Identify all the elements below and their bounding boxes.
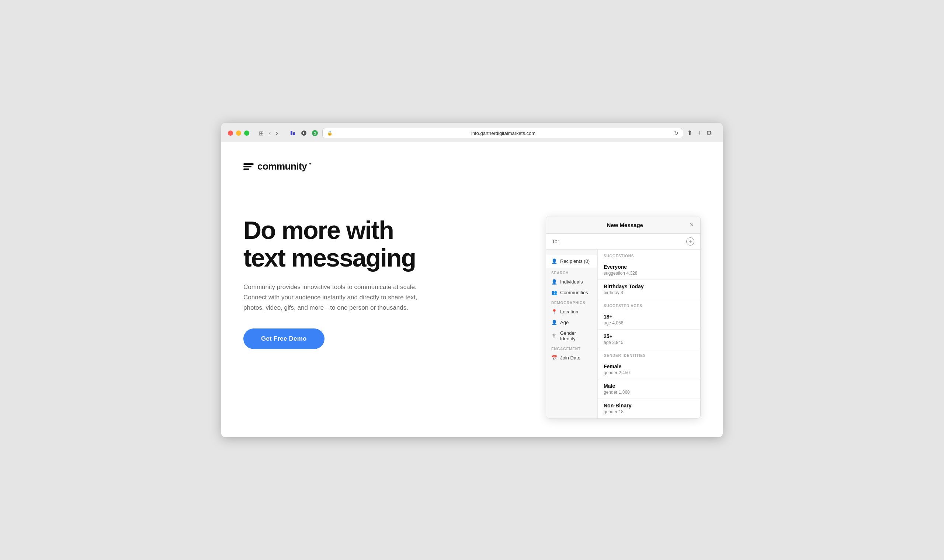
individuals-icon: 👤 <box>551 279 557 285</box>
recipients-label: Recipients (0) <box>560 258 590 264</box>
logo-stripe-2 <box>243 166 251 168</box>
suggestion-female[interactable]: Female gender 2,450 <box>598 360 700 379</box>
suggestion-25plus-name: 25+ <box>604 333 695 339</box>
sidebar-item-age[interactable]: 👤 Age <box>546 317 598 328</box>
logo-tm: ™ <box>307 162 311 167</box>
gender-icon: ⚧ <box>551 333 557 339</box>
panel-to-field: To: + <box>546 234 700 249</box>
communities-label: Communities <box>560 290 588 295</box>
suggestion-nonbinary-sub: gender 18 <box>604 409 695 414</box>
extension-icon-1[interactable] <box>289 129 296 137</box>
suggestion-birthdays-sub: birthday 3 <box>604 290 695 295</box>
suggestions-section: SUGGESTIONS Everyone suggestion 4,328 Bi… <box>598 249 700 418</box>
join-date-icon: 📅 <box>551 355 557 360</box>
forward-button[interactable]: › <box>274 129 279 137</box>
hero-section: Do more with text messaging Community pr… <box>243 209 502 349</box>
suggestion-18plus[interactable]: 18+ age 4,056 <box>598 310 700 329</box>
browser-toolbar: G 🔒 info.gartnerdigitalmarkets.com ↻ ⬆ +… <box>289 128 712 138</box>
sidebar-item-join-date[interactable]: 📅 Join Date <box>546 352 598 363</box>
suggestion-25plus-sub: age 3,845 <box>604 340 695 345</box>
new-tab-button[interactable]: + <box>698 129 702 137</box>
genders-section-label: GENDER IDENTITIES <box>598 349 700 360</box>
logo-stripe-3 <box>243 168 249 170</box>
search-section-label: SEARCH <box>546 268 598 277</box>
suggestions-section-label: SUGGESTIONS <box>598 249 700 260</box>
message-panel: New Message × To: + 👤 Recipients (0) <box>546 216 701 419</box>
suggestion-female-name: Female <box>604 363 695 369</box>
panel-title: New Message <box>560 222 690 228</box>
logo-text: community™ <box>257 161 311 172</box>
panel-to-input[interactable] <box>562 238 683 245</box>
minimize-button[interactable] <box>236 131 241 136</box>
page-content: community™ Do more with text messaging C… <box>221 142 723 437</box>
suggestion-everyone-sub: suggestion 4,328 <box>604 271 695 276</box>
location-label: Location <box>560 309 578 314</box>
panel-sidebar: 👤 Recipients (0) SEARCH 👤 Individuals 👥 … <box>546 249 598 418</box>
suggestion-male[interactable]: Male gender 1,860 <box>598 379 700 399</box>
sidebar-item-communities[interactable]: 👥 Communities <box>546 287 598 298</box>
svg-rect-0 <box>291 131 293 135</box>
extension-icon-2[interactable] <box>300 129 308 137</box>
address-bar[interactable]: 🔒 info.gartnerdigitalmarkets.com ↻ <box>322 128 684 138</box>
communities-icon: 👥 <box>551 290 557 295</box>
browser-titlebar: ⊞ ‹ › <box>221 123 723 142</box>
age-label: Age <box>560 320 568 325</box>
logo-stripe-1 <box>243 163 254 165</box>
browser-actions: ⬆ + ⧉ <box>687 129 712 137</box>
panel-body: 👤 Recipients (0) SEARCH 👤 Individuals 👥 … <box>546 249 700 418</box>
extension-icon-3[interactable]: G <box>311 129 319 137</box>
logo-name: community <box>257 161 307 172</box>
cta-button[interactable]: Get Free Demo <box>243 328 325 349</box>
close-button[interactable] <box>228 131 233 136</box>
ages-section-label: SUGGESTED AGES <box>598 299 700 310</box>
suggestion-birthdays-name: Birthdays Today <box>604 283 695 289</box>
suggestion-everyone-name: Everyone <box>604 264 695 270</box>
sidebar-item-gender[interactable]: ⚧ Gender Identity <box>546 328 598 344</box>
suggestion-nonbinary[interactable]: Non-Binary gender 18 <box>598 399 700 418</box>
extension-icons: G <box>289 129 319 137</box>
tabs-button[interactable]: ⧉ <box>707 129 712 137</box>
recipients-tab[interactable]: 👤 Recipients (0) <box>546 255 598 268</box>
suggestion-male-sub: gender 1,860 <box>604 390 695 395</box>
svg-rect-1 <box>293 132 295 135</box>
browser-window: ⊞ ‹ › <box>221 123 723 437</box>
recipients-icon: 👤 <box>551 258 557 264</box>
location-icon: 📍 <box>551 309 557 314</box>
panel-to-add-button[interactable]: + <box>686 237 695 246</box>
fullscreen-button[interactable] <box>244 131 249 136</box>
sidebar-item-location[interactable]: 📍 Location <box>546 306 598 317</box>
suggestion-birthdays[interactable]: Birthdays Today birthday 3 <box>598 280 700 299</box>
demographics-section-label: DEMOGRAPHICS <box>546 298 598 306</box>
suggestion-25plus[interactable]: 25+ age 3,845 <box>598 329 700 349</box>
panel-close-button[interactable]: × <box>690 222 694 228</box>
sidebar-item-individuals[interactable]: 👤 Individuals <box>546 277 598 287</box>
hero-headline-line2: text messaging <box>243 244 416 272</box>
share-button[interactable]: ⬆ <box>687 129 693 137</box>
panel-main: SUGGESTIONS Everyone suggestion 4,328 Bi… <box>598 249 700 418</box>
gender-label: Gender Identity <box>560 330 592 342</box>
logo-icon <box>243 163 254 170</box>
lock-icon: 🔒 <box>327 131 333 136</box>
suggestion-nonbinary-name: Non-Binary <box>604 403 695 408</box>
suggestion-18plus-sub: age 4,056 <box>604 320 695 326</box>
browser-controls: ⊞ ‹ › <box>257 129 280 137</box>
hero-headline-line1: Do more with <box>243 216 393 244</box>
hero-headline: Do more with text messaging <box>243 216 502 272</box>
reload-button[interactable]: ↻ <box>674 130 679 136</box>
logo: community™ <box>243 161 701 172</box>
sidebar-toggle-icon[interactable]: ⊞ <box>257 129 265 137</box>
back-button[interactable]: ‹ <box>267 129 272 137</box>
url-text: info.gartnerdigitalmarkets.com <box>336 131 671 136</box>
suggestion-male-name: Male <box>604 383 695 389</box>
suggestion-18plus-name: 18+ <box>604 314 695 320</box>
suggestion-female-sub: gender 2,450 <box>604 370 695 375</box>
engagement-section-label: ENGAGEMENT <box>546 344 598 352</box>
traffic-lights <box>228 131 249 136</box>
svg-text:G: G <box>313 132 316 135</box>
join-date-label: Join Date <box>560 355 581 360</box>
panel-to-label: To: <box>552 238 559 245</box>
panel-header: New Message × <box>546 216 700 234</box>
suggestion-everyone[interactable]: Everyone suggestion 4,328 <box>598 260 700 280</box>
age-icon: 👤 <box>551 320 557 325</box>
hero-subtext: Community provides innovative tools to c… <box>243 282 420 313</box>
